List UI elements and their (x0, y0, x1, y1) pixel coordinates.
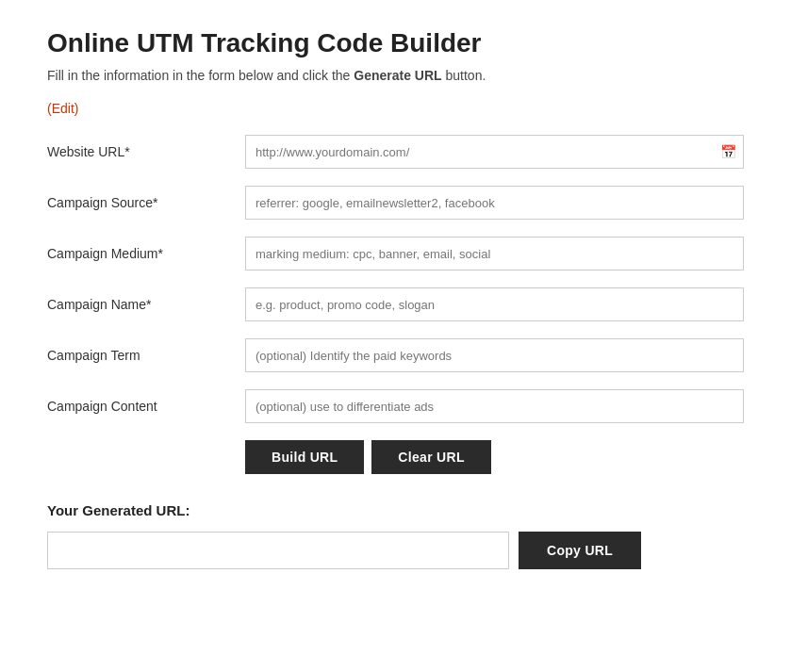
website-url-row: Website URL* 📅 (47, 135, 744, 169)
clear-url-button[interactable]: Clear URL (371, 440, 490, 474)
subtitle-bold: Generate URL (354, 68, 441, 83)
campaign-source-row: Campaign Source* (47, 186, 744, 220)
generated-url-section: Your Generated URL: Copy URL (47, 502, 744, 569)
campaign-medium-row: Campaign Medium* (47, 237, 744, 270)
build-url-button[interactable]: Build URL (245, 440, 364, 474)
generated-url-input[interactable] (47, 532, 509, 569)
campaign-source-label: Campaign Source* (47, 195, 245, 210)
edit-link[interactable]: (Edit) (47, 101, 78, 116)
campaign-content-row: Campaign Content (47, 389, 744, 423)
subtitle-suffix: button. (442, 68, 486, 83)
utm-form: Website URL* 📅 Campaign Source* Campaign… (47, 135, 744, 474)
campaign-content-label: Campaign Content (47, 399, 245, 414)
campaign-term-label: Campaign Term (47, 348, 245, 363)
buttons-row: Build URL Clear URL (47, 440, 744, 474)
campaign-medium-label: Campaign Medium* (47, 246, 245, 261)
website-url-input[interactable] (245, 135, 744, 169)
campaign-medium-input[interactable] (245, 237, 744, 270)
generated-url-row: Copy URL (47, 532, 744, 569)
campaign-term-row: Campaign Term (47, 338, 744, 372)
campaign-name-label: Campaign Name* (47, 297, 245, 312)
website-url-wrapper: 📅 (245, 135, 744, 169)
copy-url-button[interactable]: Copy URL (519, 532, 641, 569)
campaign-source-input[interactable] (245, 186, 744, 220)
generated-url-label: Your Generated URL: (47, 502, 744, 518)
subtitle: Fill in the information in the form belo… (47, 68, 744, 83)
campaign-name-row: Campaign Name* (47, 287, 744, 321)
website-url-label: Website URL* (47, 144, 245, 159)
page-title: Online UTM Tracking Code Builder (47, 28, 744, 58)
subtitle-prefix: Fill in the information in the form belo… (47, 68, 354, 83)
campaign-term-input[interactable] (245, 338, 744, 372)
campaign-content-input[interactable] (245, 389, 744, 423)
campaign-name-input[interactable] (245, 287, 744, 321)
